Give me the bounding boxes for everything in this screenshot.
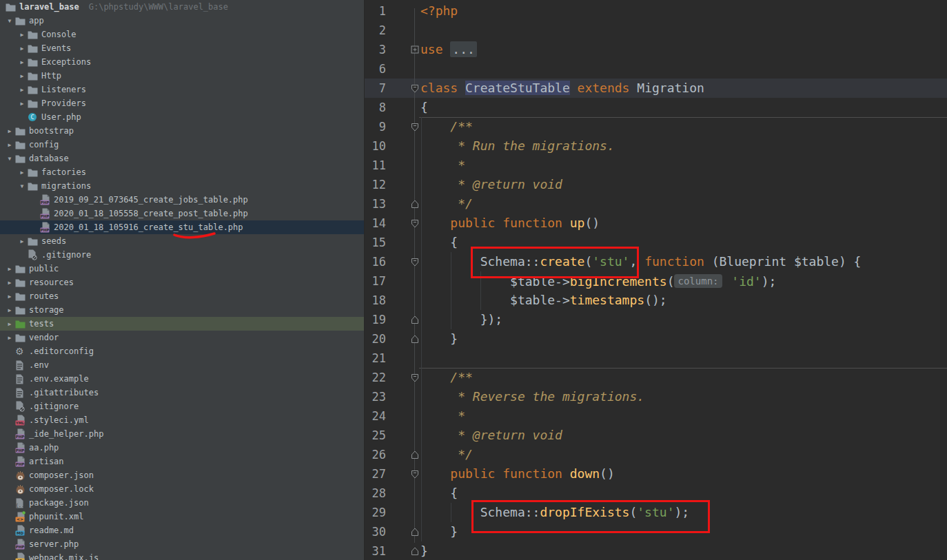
tree-item-.env.example[interactable]: .env.example	[0, 372, 364, 386]
code-text[interactable]: * Run the migrations.	[364, 136, 947, 156]
code-text[interactable]: *	[364, 406, 947, 426]
tree-item-migrations[interactable]: ▼migrations	[0, 179, 364, 193]
tree-item-2020_01_18_105558_create_post_table.php[interactable]: PHP2020_01_18_105558_create_post_table.p…	[0, 207, 364, 220]
tree-item-phpunit.xml[interactable]: <>phpunit.xml	[0, 510, 364, 523]
code-text[interactable]: {	[364, 98, 947, 117]
chevron-expanded-icon[interactable]: ▼	[4, 18, 15, 24]
tree-item-bootstrap[interactable]: ▶bootstrap	[0, 124, 364, 138]
project-root-row[interactable]: laravel_base G:\phpstudy\WWW\laravel_bas…	[0, 0, 364, 14]
tree-item-storage[interactable]: ▶storage	[0, 303, 364, 317]
tree-item-.gitattributes[interactable]: .gitattributes	[0, 386, 364, 400]
code-text[interactable]: * @return void	[364, 175, 947, 194]
fold-down-icon[interactable]	[411, 373, 419, 382]
tree-item-2020_01_18_105916_create_stu_table.php[interactable]: PHP2020_01_18_105916_create_stu_table.ph…	[0, 220, 364, 234]
chevron-collapsed-icon[interactable]: ▶	[4, 128, 15, 134]
chevron-collapsed-icon[interactable]: ▶	[4, 142, 15, 148]
tree-item-composer.json[interactable]: composer.json	[0, 468, 364, 482]
tree-item-.gitignore[interactable]: .gitignore	[0, 248, 364, 262]
code-text[interactable]: */	[364, 445, 947, 464]
chevron-collapsed-icon[interactable]: ▶	[17, 169, 28, 176]
code-text[interactable]: });	[364, 310, 947, 329]
fold-up-icon[interactable]	[411, 315, 419, 324]
tree-item-Http[interactable]: ▶Http	[0, 69, 364, 83]
tree-item-Exceptions[interactable]: ▶Exceptions	[0, 55, 364, 69]
chevron-collapsed-icon[interactable]: ▶	[17, 87, 28, 93]
tree-item-.editorconfig[interactable]: ⚙.editorconfig	[0, 344, 364, 358]
tree-item-webpack.mix.js[interactable]: JSwebpack.mix.js	[0, 551, 364, 560]
code-text[interactable]: {	[364, 484, 947, 503]
code-text[interactable]: * Reverse the migrations.	[364, 387, 947, 406]
chevron-collapsed-icon[interactable]: ▶	[17, 73, 28, 79]
chevron-expanded-icon[interactable]: ▼	[4, 156, 15, 162]
code-text[interactable]: * @return void	[364, 426, 947, 445]
code-text[interactable]: /**	[364, 368, 947, 387]
fold-plus-icon[interactable]	[411, 45, 419, 54]
code-text[interactable]: $table->bigIncrements(column: 'id');	[364, 271, 947, 291]
chevron-collapsed-icon[interactable]: ▶	[17, 32, 28, 38]
code-text[interactable]: *	[364, 156, 947, 175]
code-text[interactable]: $table->timestamps();	[364, 291, 947, 310]
tree-item-Listeners[interactable]: ▶Listeners	[0, 83, 364, 96]
tree-item-artisan[interactable]: PHPartisan	[0, 455, 364, 468]
tree-item-composer.lock[interactable]: composer.lock	[0, 482, 364, 496]
chevron-collapsed-icon[interactable]: ▶	[17, 59, 28, 65]
code-text[interactable]: {	[364, 233, 947, 252]
tree-item-factories[interactable]: ▶factories	[0, 165, 364, 179]
tree-item-package.json[interactable]: {..}package.json	[0, 496, 364, 510]
fold-down-icon[interactable]	[411, 84, 419, 93]
code-text[interactable]: <?php	[364, 1, 947, 21]
tree-item-_ide_helper.php[interactable]: PHP_ide_helper.php	[0, 427, 364, 441]
tree-item-Providers[interactable]: ▶Providers	[0, 96, 364, 110]
tree-item-2019_09_21_073645_create_jobs_table.php[interactable]: PHP2019_09_21_073645_create_jobs_table.p…	[0, 193, 364, 207]
code-text[interactable]: }	[364, 329, 947, 349]
fold-down-icon[interactable]	[411, 123, 419, 132]
tree-item-routes[interactable]: ▶routes	[0, 289, 364, 303]
code-text[interactable]: */	[364, 194, 947, 214]
chevron-collapsed-icon[interactable]: ▶	[4, 293, 15, 300]
chevron-collapsed-icon[interactable]: ▶	[17, 238, 28, 245]
tree-item-aa.php[interactable]: PHPaa.php	[0, 441, 364, 455]
fold-up-icon[interactable]	[411, 450, 419, 459]
code-area[interactable]: 1<?php23use ...67class CreateStuTable ex…	[364, 1, 947, 560]
tree-item-readme.md[interactable]: MDreadme.md	[0, 523, 364, 537]
code-text[interactable]: /**	[364, 117, 947, 136]
tree-item-app[interactable]: ▼app	[0, 14, 364, 28]
code-text[interactable]: public function down()	[364, 464, 947, 484]
chevron-collapsed-icon[interactable]: ▶	[17, 101, 28, 107]
code-text[interactable]: use ...	[364, 40, 947, 59]
tree-item-.styleci.yml[interactable]: YML.styleci.yml	[0, 413, 364, 427]
fold-up-icon[interactable]	[411, 335, 419, 344]
panel-splitter[interactable]	[364, 0, 365, 560]
tree-item-seeds[interactable]: ▶seeds	[0, 234, 364, 248]
code-text[interactable]: public function up()	[364, 214, 947, 233]
tree-item-config[interactable]: ▶config	[0, 138, 364, 152]
chevron-collapsed-icon[interactable]: ▶	[4, 280, 15, 286]
chevron-collapsed-icon[interactable]: ▶	[4, 335, 15, 341]
tree-item-Console[interactable]: ▶Console	[0, 28, 364, 41]
chevron-expanded-icon[interactable]: ▼	[17, 183, 28, 189]
chevron-collapsed-icon[interactable]: ▶	[4, 307, 15, 313]
tree-item-server.php[interactable]: PHPserver.php	[0, 537, 364, 551]
fold-up-icon[interactable]	[411, 200, 419, 209]
code-text[interactable]: Schema::dropIfExists('stu');	[364, 503, 947, 522]
code-text[interactable]: }	[364, 541, 947, 560]
tree-item-public[interactable]: ▶public	[0, 262, 364, 276]
tree-item-database[interactable]: ▼database	[0, 152, 364, 165]
code-text[interactable]: Schema::create('stu', function (Blueprin…	[364, 252, 947, 271]
chevron-collapsed-icon[interactable]: ▶	[4, 321, 15, 327]
code-text[interactable]: }	[364, 522, 947, 541]
tree-item-.env[interactable]: .env	[0, 358, 364, 372]
tree-item-tests[interactable]: ▶tests	[0, 317, 364, 331]
fold-up-icon[interactable]	[411, 547, 419, 556]
chevron-collapsed-icon[interactable]: ▶	[17, 45, 28, 52]
tree-item-User.php[interactable]: CUser.php	[0, 110, 364, 124]
fold-down-icon[interactable]	[411, 219, 419, 228]
fold-down-icon[interactable]	[411, 258, 419, 267]
tree-item-resources[interactable]: ▶resources	[0, 276, 364, 289]
tree-item-Events[interactable]: ▶Events	[0, 41, 364, 55]
code-text[interactable]: class CreateStuTable extends Migration	[364, 79, 947, 98]
chevron-collapsed-icon[interactable]: ▶	[4, 266, 15, 272]
tree-item-.gitignore[interactable]: .gitignore	[0, 400, 364, 413]
fold-up-icon[interactable]	[411, 528, 419, 537]
fold-down-icon[interactable]	[411, 470, 419, 479]
